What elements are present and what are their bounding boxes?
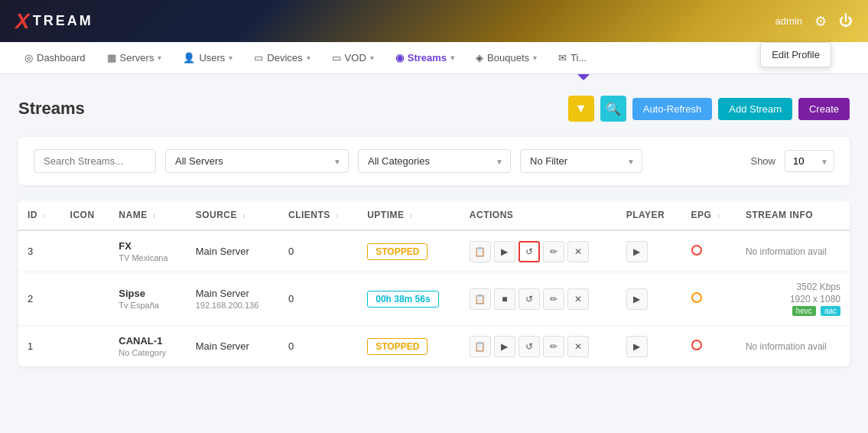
cell-actions: 📋 ■ ↺ ✏ ✕ xyxy=(460,272,617,326)
cell-source: Main Server xyxy=(187,326,279,367)
nav-item-servers[interactable]: ▦ Servers ▾ xyxy=(98,47,171,68)
bouquets-chevron: ▾ xyxy=(533,54,537,62)
header-right: admin ⚙ ⏻ xyxy=(775,13,853,30)
cell-actions: 📋 ▶ ↺ ✏ ✕ xyxy=(460,326,617,367)
cell-clients: 0 xyxy=(279,230,358,272)
stream-info-kbps: 3502 Kbps xyxy=(797,282,840,292)
show-select-wrapper: 10 25 50 100 xyxy=(785,150,834,172)
restart-button[interactable]: ↺ xyxy=(519,241,540,262)
filter-select[interactable]: No Filter xyxy=(520,149,642,173)
col-uptime: UPTIME ↕ xyxy=(358,200,460,230)
vod-icon: ▭ xyxy=(332,52,341,63)
nav-label-dashboard: Dashboard xyxy=(37,52,86,63)
nav-label-users: Users xyxy=(199,52,225,63)
nav-label-vod: VOD xyxy=(345,52,366,63)
header: X TREAM admin ⚙ ⏻ Edit Profile xyxy=(0,0,868,42)
player-play-button[interactable]: ▶ xyxy=(626,288,648,310)
main-content: Streams ▼ 🔍 Auto-Refresh Add Stream Crea… xyxy=(0,80,868,382)
epg-indicator xyxy=(691,292,702,303)
copy-button[interactable]: 📋 xyxy=(470,288,491,310)
action-buttons: 📋 ■ ↺ ✏ ✕ xyxy=(470,288,608,310)
stream-name: FX xyxy=(119,240,177,252)
create-button[interactable]: Create xyxy=(798,98,850,120)
settings-icon[interactable]: ⚙ xyxy=(814,13,827,30)
edit-button[interactable]: ✏ xyxy=(543,241,564,262)
page-actions: ▼ 🔍 Auto-Refresh Add Stream Create xyxy=(568,96,850,122)
devices-chevron: ▾ xyxy=(307,54,310,62)
nav-label-devices: Devices xyxy=(267,52,302,63)
bouquets-icon: ◈ xyxy=(476,52,483,63)
filter-toggle-button[interactable]: ▼ xyxy=(568,96,594,122)
filter-wrapper: No Filter xyxy=(520,149,642,173)
categories-select[interactable]: All Categories xyxy=(358,149,511,173)
cell-uptime: 00h 38m 56s xyxy=(358,272,460,326)
search-button[interactable]: 🔍 xyxy=(600,96,626,122)
edit-button[interactable]: ✏ xyxy=(543,336,564,357)
nav-item-bouquets[interactable]: ◈ Bouquets ▾ xyxy=(467,47,546,68)
col-stream-info: STREAM INFO xyxy=(736,200,850,230)
play-button[interactable]: ▶ xyxy=(494,336,515,357)
cell-icon xyxy=(61,272,110,326)
source-ip: 192.168.200.136 xyxy=(196,301,270,310)
restart-button[interactable]: ↺ xyxy=(519,288,540,310)
nav-item-vod[interactable]: ▭ VOD ▾ xyxy=(323,47,383,68)
col-actions: ACTIONS xyxy=(460,200,617,230)
show-select[interactable]: 10 25 50 100 xyxy=(785,150,834,172)
nav-item-streams[interactable]: ◉ Streams ▾ xyxy=(386,47,463,68)
cell-uptime: STOPPED xyxy=(358,230,460,272)
logo-x: X xyxy=(15,9,30,34)
cell-name: FX TV Mexicana xyxy=(109,230,186,272)
nav-item-users[interactable]: 👤 Users ▾ xyxy=(174,47,242,68)
codec-aac: aac xyxy=(821,306,840,316)
stream-name: Sipse xyxy=(119,288,177,299)
nav-item-dashboard[interactable]: ◎ Dashboard xyxy=(15,47,95,68)
dashboard-icon: ◎ xyxy=(24,52,33,63)
cell-actions: 📋 ▶ ↺ ✏ ✕ xyxy=(460,230,617,272)
add-stream-button[interactable]: Add Stream xyxy=(718,98,792,120)
users-icon: 👤 xyxy=(183,52,195,63)
player-play-button[interactable]: ▶ xyxy=(626,336,648,357)
power-icon[interactable]: ⏻ xyxy=(839,13,853,29)
stream-category: No Category xyxy=(119,348,177,357)
cell-epg xyxy=(682,326,736,367)
cell-stream-info: No information avail xyxy=(736,230,850,272)
delete-button[interactable]: ✕ xyxy=(567,241,589,262)
epg-indicator xyxy=(691,245,702,256)
play-button[interactable]: ▶ xyxy=(494,241,515,262)
action-buttons: 📋 ▶ ↺ ✏ ✕ xyxy=(470,241,608,262)
cell-epg xyxy=(682,230,736,272)
search-streams-input[interactable] xyxy=(34,149,156,173)
cell-clients: 0 xyxy=(279,272,358,326)
cell-name: CANAL-1 No Category xyxy=(109,326,186,367)
copy-button[interactable]: 📋 xyxy=(470,241,491,262)
delete-button[interactable]: ✕ xyxy=(567,336,589,357)
cell-icon xyxy=(61,326,110,367)
action-buttons: 📋 ▶ ↺ ✏ ✕ xyxy=(470,336,608,357)
stop-button[interactable]: ■ xyxy=(494,288,515,310)
restart-button[interactable]: ↺ xyxy=(519,336,540,357)
cell-source: Main Server xyxy=(187,230,279,272)
streams-table: ID ↕ ICON NAME ↕ SOURCE ↕ CLIENTS ↕ UPTI… xyxy=(18,200,850,366)
stream-category: TV Mexicana xyxy=(119,253,177,262)
servers-icon: ▦ xyxy=(107,52,116,63)
table-row: 1 CANAL-1 No Category Main Server 0 STOP… xyxy=(18,326,850,367)
player-play-button[interactable]: ▶ xyxy=(626,241,648,262)
auto-refresh-button[interactable]: Auto-Refresh xyxy=(632,98,713,120)
cell-id: 1 xyxy=(18,326,61,367)
streams-nav-arrow xyxy=(577,74,590,80)
delete-button[interactable]: ✕ xyxy=(567,288,589,310)
stream-name: CANAL-1 xyxy=(119,335,177,347)
page-title: Streams xyxy=(18,99,85,119)
copy-button[interactable]: 📋 xyxy=(470,336,491,357)
servers-select[interactable]: All Servers Main Server xyxy=(165,149,349,173)
table-row: 2 Sipse Tv España Main Server 192.168.20… xyxy=(18,272,850,326)
cell-id: 2 xyxy=(18,272,61,326)
edit-button[interactable]: ✏ xyxy=(543,288,564,310)
all-categories-wrapper: All Categories xyxy=(358,149,511,173)
cell-epg xyxy=(682,272,736,326)
stream-category: Tv España xyxy=(119,301,177,310)
nav-item-devices[interactable]: ▭ Devices ▾ xyxy=(245,47,319,68)
page-header: Streams ▼ 🔍 Auto-Refresh Add Stream Crea… xyxy=(18,96,850,122)
nav-item-tickets[interactable]: ✉ Ti... xyxy=(549,47,596,68)
stream-info-text: No information avail xyxy=(746,341,827,352)
